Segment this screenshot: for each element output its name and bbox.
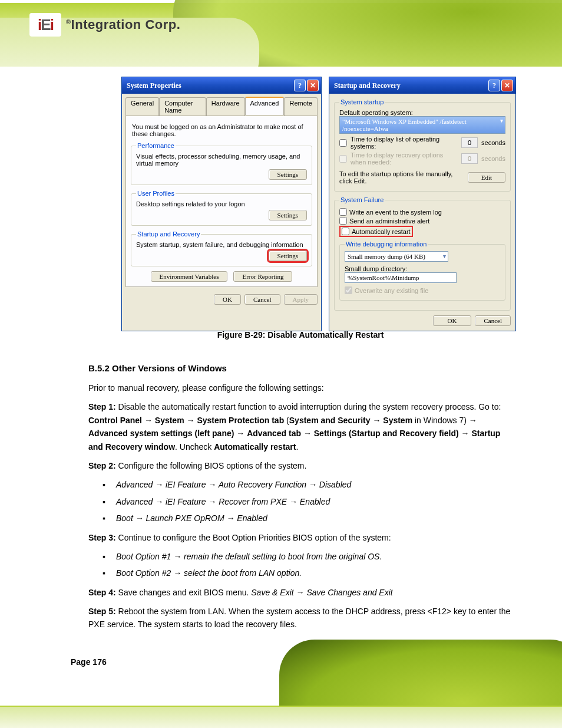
tabs: General Computer Name Hardware Advanced … [122, 94, 321, 116]
performance-desc: Visual effects, processor scheduling, me… [136, 153, 307, 167]
step2-bullet2: Advanced → iEI Feature → Recover from PX… [119, 495, 513, 508]
overwrite-checkbox [345, 286, 352, 294]
logo-mark: iEi [29, 13, 61, 37]
step5: Step 5: Reboot the system from LAN. When… [88, 605, 513, 631]
user-profiles-group: User Profiles Desktop settings related t… [131, 190, 312, 226]
step2-bullet3: Boot → Launch PXE OpROM → Enabled [119, 512, 513, 525]
user-profiles-desc: Desktop settings related to your logon [136, 200, 307, 207]
titlebar: Startup and Recovery ? ✕ [329, 77, 515, 94]
logo-text: ®Integration Corp. [66, 17, 180, 32]
step3-bullet2: Boot Option #2 → select the boot from LA… [119, 566, 513, 579]
write-event-checkbox[interactable] [339, 208, 347, 216]
startup-recovery-desc: System startup, system failure, and debu… [136, 241, 307, 248]
default-os-label: Default operating system: [339, 109, 505, 116]
auto-restart-checkbox[interactable] [342, 228, 349, 235]
tab-remote[interactable]: Remote [284, 97, 318, 116]
time-recovery-checkbox [339, 155, 347, 163]
titlebar: System Properties ? ✕ [122, 77, 321, 94]
dialog-title: Startup and Recovery [334, 81, 401, 90]
dump-dir-input[interactable] [345, 272, 457, 283]
performance-group: Performance Visual effects, processor sc… [131, 142, 312, 185]
auto-restart-label: Automatically restart [352, 228, 411, 235]
page-number: Page 176 [71, 657, 107, 667]
startup-recovery-group: Startup and Recovery System startup, sys… [131, 230, 312, 266]
dialog-title: System Properties [127, 81, 181, 90]
step2: Step 2: Configure the following BIOS opt… [88, 459, 513, 472]
environment-variables-button[interactable]: Environment Variables [151, 271, 228, 282]
system-properties-dialog: System Properties ? ✕ General Computer N… [121, 77, 322, 331]
step4: Step 4: Save changes and exit BIOS menu.… [88, 586, 513, 599]
user-profiles-legend: User Profiles [136, 190, 176, 197]
edit-label: To edit the startup options file manuall… [339, 170, 464, 185]
write-debug-legend: Write debugging information [345, 241, 428, 248]
ok-button[interactable]: OK [433, 315, 472, 326]
time-recovery-spinner: 0 [461, 153, 478, 164]
default-os-select-wrap: "Microsoft Windows XP Embedded" /fastdet… [339, 116, 505, 134]
admin-note: You must be logged on as an Administrato… [132, 123, 311, 137]
close-icon[interactable]: ✕ [501, 80, 513, 91]
startup-recovery-legend: Startup and Recovery [136, 230, 201, 238]
dialog-body: System startup Default operating system:… [329, 94, 515, 331]
edit-button[interactable]: Edit [468, 172, 505, 183]
write-event-label: Write an event to the system log [349, 209, 442, 216]
write-debug-group: Write debugging information Small memory… [339, 241, 505, 301]
tab-general[interactable]: General [125, 97, 159, 116]
page-footer: Page 176 [71, 657, 107, 667]
tab-hardware[interactable]: Hardware [206, 97, 245, 116]
dialog-body: You must be logged on as an Administrato… [125, 116, 318, 287]
help-icon[interactable]: ? [488, 80, 500, 91]
system-startup-group: System startup Default operating system:… [334, 98, 511, 192]
performance-legend: Performance [136, 142, 176, 149]
dump-select[interactable]: Small memory dump (64 KB) [345, 251, 448, 262]
intro-para: Prior to manual recovery, please configu… [88, 381, 513, 394]
dump-dir-label: Small dump directory: [345, 265, 500, 272]
step3-bullet1: Boot Option #1 → remain the default sett… [119, 550, 513, 563]
dialog-footer: OK Cancel [334, 315, 511, 326]
cancel-button[interactable]: Cancel [244, 294, 280, 305]
seconds-label-2: seconds [481, 155, 505, 162]
footer-strip [0, 706, 562, 728]
user-profiles-settings-button[interactable]: Settings [269, 210, 307, 220]
titlebar-buttons: ? ✕ [294, 80, 319, 91]
system-failure-group: System Failure Write an event to the sys… [334, 196, 511, 311]
header-band: iEi ®Integration Corp. [0, 0, 562, 67]
default-os-select[interactable]: "Microsoft Windows XP Embedded" /fastdet… [339, 116, 505, 134]
step2-bullet1: Advanced → iEI Feature → Auto Recovery F… [119, 478, 513, 491]
overwrite-label: Overwrite any existing file [355, 287, 428, 294]
system-startup-legend: System startup [339, 98, 385, 106]
document-body: Figure B-29: Disable Automatically Resta… [88, 330, 513, 637]
auto-restart-highlight: Automatically restart [339, 226, 413, 237]
startup-recovery-settings-button[interactable]: Settings [269, 251, 307, 261]
send-alert-label: Send an administrative alert [349, 218, 429, 225]
cancel-button[interactable]: Cancel [475, 315, 511, 326]
tab-advanced[interactable]: Advanced [245, 97, 285, 115]
time-list-spinner[interactable]: 0 [461, 137, 478, 148]
logo: iEi ®Integration Corp. [29, 13, 180, 37]
send-alert-checkbox[interactable] [339, 217, 347, 225]
time-list-checkbox[interactable] [339, 139, 347, 147]
seconds-label: seconds [481, 139, 505, 146]
apply-button[interactable]: Apply [284, 294, 318, 305]
error-reporting-button[interactable]: Error Reporting [233, 271, 292, 282]
time-list-label: Time to display list of operating system… [351, 136, 458, 150]
section-heading: B.5.2 Other Versions of Windows [88, 363, 513, 373]
footer-band [0, 657, 562, 728]
dump-select-wrap: Small memory dump (64 KB) [345, 251, 448, 262]
dialog-footer: OK Cancel Apply [122, 291, 321, 308]
step3: Step 3: Continue to configure the Boot O… [88, 531, 513, 544]
tab-computer-name[interactable]: Computer Name [159, 97, 206, 116]
screenshot-dialogs: System Properties ? ✕ General Computer N… [121, 77, 516, 331]
performance-settings-button[interactable]: Settings [269, 169, 307, 180]
close-icon[interactable]: ✕ [307, 80, 319, 91]
system-failure-legend: System Failure [339, 196, 385, 203]
step1: Step 1: Disable the automatically restar… [88, 400, 513, 453]
help-icon[interactable]: ? [294, 80, 306, 91]
ok-button[interactable]: OK [214, 294, 241, 305]
titlebar-buttons: ? ✕ [488, 80, 513, 91]
figure-caption: Figure B-29: Disable Automatically Resta… [88, 330, 513, 340]
time-recovery-label: Time to display recovery options when ne… [351, 151, 458, 166]
startup-recovery-dialog: Startup and Recovery ? ✕ System startup … [329, 77, 516, 331]
